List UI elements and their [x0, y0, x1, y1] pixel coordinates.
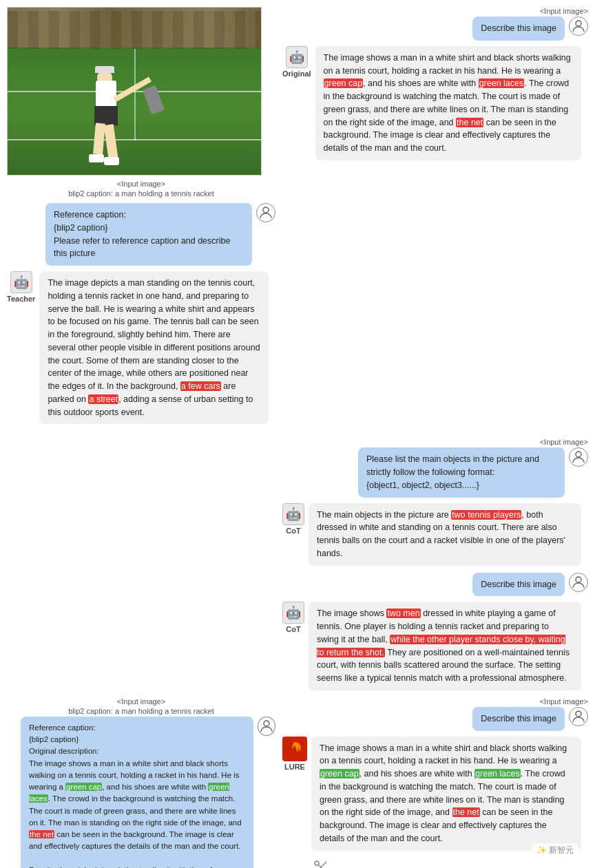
describe-button-2[interactable]: Describe this image — [472, 573, 565, 597]
list-prompt-bubble: Please list the main objects in the pict… — [358, 447, 565, 497]
lure-row: LURE The image shows a man in a white sh… — [282, 737, 588, 854]
input-image-label-cot: <Input image> — [282, 438, 588, 446]
blip2-caption-left: blip2 caption: a man holding a tennis ra… — [7, 189, 275, 198]
teacher-label: Teacher — [7, 295, 35, 303]
ref-bot-l1: Reference caption: — [29, 723, 96, 732]
orig-h3: the net — [456, 118, 483, 127]
cot2-row: 🤖 CoT The image shows two men dressed in… — [282, 602, 588, 693]
user-avatar-cot2 — [569, 573, 588, 592]
user-avatar-top-right — [569, 17, 588, 36]
original-label: Original — [282, 70, 311, 78]
tennis-image — [7, 7, 262, 176]
ref-bot-h1: green cap — [65, 783, 102, 791]
ref-line2: {blip2 caption} — [54, 223, 108, 233]
svg-point-3 — [576, 577, 581, 582]
bottom-right-panel: <Input image> Describe this image — [282, 697, 588, 868]
cot2-h1: two men — [386, 608, 420, 618]
cot2-p1: The image shows — [317, 608, 386, 618]
cot1-p1: The main objects in the picture are — [317, 510, 451, 520]
describe-btn-row: Describe this image — [282, 17, 588, 43]
player-shoe — [89, 154, 104, 162]
player-shoe — [104, 157, 119, 165]
lure-p1: The image shows a man in a white shirt a… — [320, 743, 567, 766]
svg-point-7 — [315, 861, 319, 865]
orig-p1: The image shows a man in a white shirt a… — [324, 53, 571, 76]
ref-line1: Reference caption: — [54, 210, 126, 220]
teacher-highlight1: a few cars — [180, 381, 221, 391]
cot2-label: CoT — [286, 625, 300, 633]
middle-section: <Input image> Please list the main objec… — [0, 438, 595, 697]
lure-label: LURE — [284, 763, 305, 771]
user-avatar-cot1 — [569, 447, 588, 467]
mid-right-cot: <Input image> Please list the main objec… — [282, 438, 588, 697]
ref-bot-h3: the net — [29, 830, 54, 838]
player-torso — [96, 81, 116, 109]
ref-bot-l3: Original description: — [29, 747, 99, 755]
teacher-avatar: 🤖 — [10, 271, 32, 293]
ref-bot-l6: . The crowd in the background is watchin… — [29, 794, 242, 827]
player-cap — [95, 66, 114, 73]
cot1-h1: two tennis players — [451, 510, 521, 520]
watermark: ✨ 新智元 — [532, 843, 578, 858]
original-row: 🤖 Original The image shows a man in a wh… — [282, 46, 588, 163]
original-response-bubble: The image shows a man in a white shirt a… — [315, 46, 581, 160]
blip2-caption-bot: blip2 caption: a man holding a tennis ra… — [7, 707, 275, 715]
lure-p2: , and his shoes are white with — [359, 769, 474, 779]
describe-btn-bot-row: Describe this image — [282, 707, 588, 734]
cot1-label: CoT — [286, 527, 300, 535]
describe-button-top[interactable]: Describe this image — [472, 17, 565, 41]
ref-bot-l7: can be seen in the background. The image… — [29, 830, 240, 850]
ref-bot-l5: , and his shoes are white with — [102, 783, 208, 791]
svg-point-2 — [576, 452, 581, 457]
cot2-response-bubble: The image shows two men dressed in white… — [309, 602, 581, 690]
svg-line-10 — [319, 862, 327, 869]
input-image-label-bot-right: <Input image> — [282, 697, 588, 706]
cot1-avatar: 🤖 — [282, 503, 304, 525]
lure-h2: green laces — [474, 769, 521, 779]
user-avatar-bot-right — [569, 707, 588, 726]
teacher-row: 🤖 Teacher The image depicts a man standi… — [7, 271, 275, 427]
ref-bot-l2: {blip2 caption} — [29, 735, 79, 743]
input-image-label-bot-left: <Input image> — [7, 697, 275, 706]
original-avatar: 🤖 — [286, 46, 308, 68]
lure-avatar — [282, 737, 307, 761]
arrow-down-icon — [311, 858, 331, 869]
describe-button-bot[interactable]: Describe this image — [472, 707, 565, 731]
input-image-label-left: <Input image> — [7, 180, 275, 188]
bottom-left-panel: <Input image> blip2 caption: a man holdi… — [7, 697, 275, 868]
lure-h3: the net — [452, 807, 480, 817]
ref-caption-bubble: Reference caption: {blip2 caption} Pleas… — [45, 203, 252, 266]
top-right-panel: <Input image> Describe this image 🤖 Orig… — [282, 7, 588, 431]
mid-left-spacer — [7, 438, 275, 697]
teacher-highlight2: a street — [88, 394, 118, 404]
user-avatar-bot-left — [258, 717, 275, 736]
ref-line3: Please refer to reference caption and de… — [54, 236, 230, 259]
input-image-label-right-top: <Input image> — [282, 7, 588, 15]
svg-point-1 — [576, 21, 581, 26]
cot1-response-bubble: The main objects in the picture are two … — [309, 503, 581, 566]
lure-response-bubble: The image shows a man in a white shirt a… — [311, 737, 581, 851]
orig-p2: , and his shoes are white with — [363, 78, 478, 88]
user-ref-row: Reference caption: {blip2 caption} Pleas… — [7, 203, 275, 268]
user-avatar — [256, 203, 275, 222]
svg-point-0 — [263, 207, 269, 213]
list-prompt-l1: Please list the main objects in the pict… — [366, 454, 539, 477]
top-left-panel: <Input image> blip2 caption: a man holdi… — [7, 7, 275, 431]
orig-h2: green laces — [479, 78, 525, 88]
teacher-response-bubble: The image depicts a man standing on the … — [39, 271, 269, 424]
ref-bubble-bot: Reference caption: {blip2 caption} Origi… — [21, 717, 253, 868]
lure-h1: green cap — [320, 769, 359, 779]
cot1-row: 🤖 CoT The main objects in the picture ar… — [282, 503, 588, 569]
cot2-avatar: 🤖 — [282, 602, 304, 624]
list-prompt-l2: {object1, object2, object3......} — [366, 480, 479, 490]
list-prompt-row: Please list the main objects in the pict… — [282, 447, 588, 500]
describe-btn-row2: Describe this image — [282, 573, 588, 600]
court-line — [134, 49, 136, 140]
svg-point-6 — [576, 711, 581, 717]
orig-h1: green cap — [324, 78, 364, 88]
svg-point-4 — [264, 721, 269, 726]
ref-bubble-bot-row: Reference caption: {blip2 caption} Origi… — [7, 717, 275, 868]
bottom-section: <Input image> blip2 caption: a man holdi… — [0, 697, 595, 868]
teacher-text-p1: The image depicts a man standing on the … — [48, 278, 260, 391]
